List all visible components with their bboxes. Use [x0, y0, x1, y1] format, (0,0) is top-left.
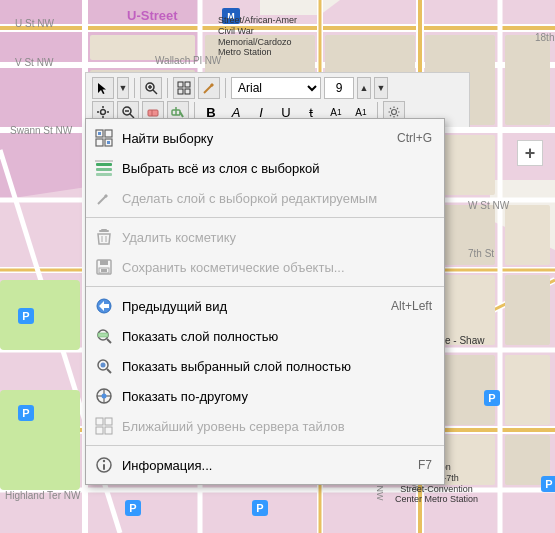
parking-icon-6: P: [541, 476, 555, 492]
menu-label-make-editable: Сделать слой с выборкой редактируемым: [122, 191, 432, 206]
menu-label-save-cosmetic: Сохранить косметические объекты...: [122, 260, 432, 275]
svg-rect-82: [98, 132, 101, 135]
menu-item-nearest-tile: Ближайший уровень сервера тайлов: [86, 411, 444, 441]
svg-rect-86: [96, 173, 112, 176]
parking-icon-1: P: [18, 308, 34, 324]
menu-label-info: Информация...: [122, 458, 398, 473]
menu-item-delete-cosmetic: Удалить косметику: [86, 222, 444, 252]
svg-point-106: [101, 363, 106, 368]
menu-item-show-layer-full[interactable]: Показать слой полностью: [86, 321, 444, 351]
menu-label-find-selection: Найти выборку: [122, 131, 377, 146]
menu-label-show-layer-full: Показать слой полностью: [122, 329, 432, 344]
font-size-down-button[interactable]: ▼: [374, 77, 388, 99]
menu-label-select-all: Выбрать всё из слоя с выборкой: [122, 161, 432, 176]
svg-rect-64: [185, 89, 190, 94]
svg-rect-45: [505, 275, 550, 345]
menu-item-select-all[interactable]: Выбрать всё из слоя с выборкой: [86, 153, 444, 183]
font-select[interactable]: Arial Times New Roman Courier New: [231, 77, 321, 99]
info-icon: [94, 455, 114, 475]
menu-separator-3: [86, 445, 444, 446]
toolbar-sep-1: [134, 78, 135, 98]
svg-rect-103: [98, 333, 108, 337]
svg-rect-72: [148, 110, 158, 116]
svg-rect-117: [103, 464, 105, 470]
zoom-controls: +: [517, 140, 543, 166]
svg-marker-56: [98, 83, 106, 94]
svg-point-77: [392, 110, 397, 115]
svg-rect-85: [96, 168, 112, 171]
show-different-icon: [94, 386, 114, 406]
svg-rect-98: [101, 269, 107, 272]
zoom-in-toolbar-button[interactable]: [140, 77, 162, 99]
prev-view-icon: [94, 296, 114, 316]
svg-rect-39: [505, 35, 550, 125]
save-cosmetic-icon: [94, 257, 114, 277]
svg-rect-80: [96, 139, 103, 146]
toolbar-row-1: ▼ Arial Times New Roman Courier New ▲ ▼: [92, 77, 463, 99]
svg-line-102: [107, 339, 111, 343]
make-editable-icon: [94, 188, 114, 208]
svg-rect-23: [90, 35, 195, 60]
menu-label-show-selected-full: Показать выбранный слой полностью: [122, 359, 432, 374]
menu-shortcut-find-selection: Ctrl+G: [397, 131, 432, 145]
svg-rect-53: [0, 280, 80, 350]
svg-text:M: M: [227, 11, 235, 21]
menu-item-save-cosmetic: Сохранить косметические объекты...: [86, 252, 444, 282]
svg-point-116: [103, 460, 105, 462]
svg-rect-111: [96, 418, 103, 425]
svg-rect-61: [178, 82, 183, 87]
show-selected-full-icon: [94, 356, 114, 376]
select-tool-button[interactable]: [92, 77, 114, 99]
draw-button[interactable]: [198, 77, 220, 99]
svg-point-110: [102, 394, 107, 399]
svg-line-76: [180, 112, 183, 117]
show-layer-full-icon: [94, 326, 114, 346]
menu-item-show-selected-full[interactable]: Показать выбранный слой полностью: [86, 351, 444, 381]
toolbar-sep-3: [225, 78, 226, 98]
toolbar-arrow-dropdown[interactable]: ▼: [117, 77, 129, 99]
font-size-up-button[interactable]: ▲: [357, 77, 371, 99]
delete-cosmetic-icon: [94, 227, 114, 247]
grid-button[interactable]: [173, 77, 195, 99]
zoom-in-button[interactable]: +: [517, 140, 543, 166]
menu-item-prev-view[interactable]: Предыдущий вид Alt+Left: [86, 291, 444, 321]
parking-icon-3: P: [125, 500, 141, 516]
menu-shortcut-info: F7: [418, 458, 432, 472]
menu-label-delete-cosmetic: Удалить косметику: [122, 230, 432, 245]
menu-label-prev-view: Предыдущий вид: [122, 299, 371, 314]
svg-rect-92: [101, 229, 107, 231]
svg-line-105: [107, 369, 111, 373]
font-size-input[interactable]: [324, 77, 354, 99]
svg-rect-46: [505, 355, 550, 425]
menu-item-info[interactable]: Информация... F7: [86, 450, 444, 480]
menu-separator-1: [86, 217, 444, 218]
svg-point-68: [101, 110, 106, 115]
menu-shortcut-prev-view: Alt+Left: [391, 299, 432, 313]
select-all-icon: [94, 158, 114, 178]
svg-rect-83: [107, 141, 110, 144]
svg-line-58: [153, 90, 157, 94]
svg-rect-52: [0, 390, 80, 490]
svg-rect-113: [96, 427, 103, 434]
menu-label-show-different: Показать по-другому: [122, 389, 432, 404]
toolbar-sep-2: [167, 78, 168, 98]
svg-rect-96: [100, 260, 108, 265]
nearest-tile-icon: [94, 416, 114, 436]
menu-item-find-selection[interactable]: Найти выборку Ctrl+G: [86, 123, 444, 153]
svg-rect-112: [105, 418, 112, 425]
svg-rect-114: [105, 427, 112, 434]
menu-label-nearest-tile: Ближайший уровень сервера тайлов: [122, 419, 432, 434]
context-menu: Найти выборку Ctrl+G Выбрать всё из слоя…: [85, 118, 445, 485]
menu-item-show-different[interactable]: Показать по-другому: [86, 381, 444, 411]
svg-rect-84: [96, 163, 112, 166]
parking-icon-2: P: [18, 405, 34, 421]
menu-item-make-editable: Сделать слой с выборкой редактируемым: [86, 183, 444, 213]
parking-icon-4: P: [252, 500, 268, 516]
find-selection-icon: [94, 128, 114, 148]
menu-separator-2: [86, 286, 444, 287]
svg-rect-79: [105, 130, 112, 137]
svg-rect-44: [505, 205, 550, 265]
parking-icon-5: P: [484, 390, 500, 406]
svg-rect-63: [178, 89, 183, 94]
svg-rect-62: [185, 82, 190, 87]
